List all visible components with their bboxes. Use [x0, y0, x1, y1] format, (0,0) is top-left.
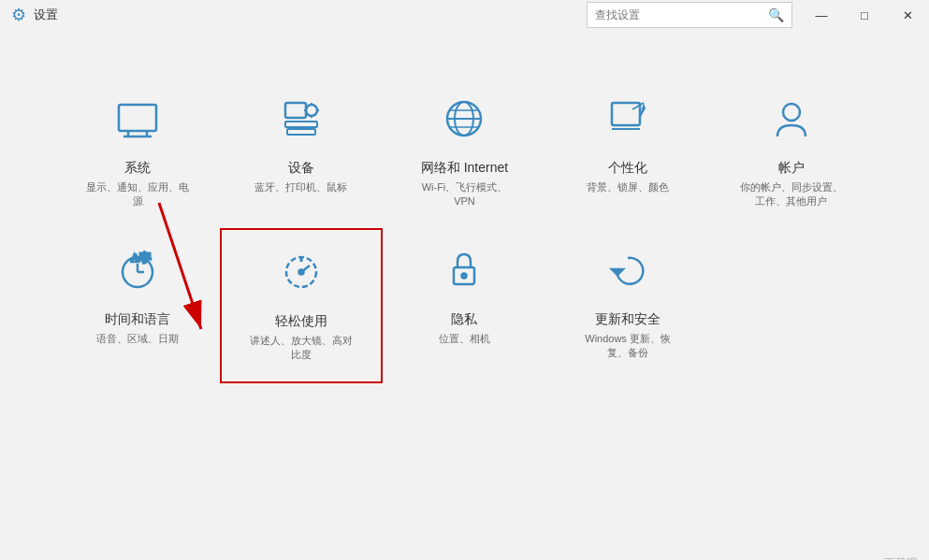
- setting-desc-accounts: 你的帐户、同步设置、工作、其他用户: [740, 180, 843, 209]
- personalization-icon: [604, 95, 651, 149]
- setting-desc-devices: 蓝牙、打印机、鼠标: [254, 180, 347, 194]
- accounts-icon: [768, 95, 815, 149]
- setting-name-privacy: 隐私: [451, 311, 477, 328]
- svg-text:A字: A字: [131, 251, 152, 265]
- setting-item-network[interactable]: 网络和 InternetWi-Fi、飞行模式、VPN: [383, 77, 546, 228]
- svg-point-21: [783, 104, 800, 121]
- privacy-icon: [441, 247, 487, 300]
- svg-rect-17: [612, 103, 640, 125]
- minimize-button[interactable]: —: [800, 0, 843, 30]
- setting-name-personalization: 个性化: [608, 160, 647, 177]
- setting-desc-update: Windows 更新、恢复、备份: [576, 332, 679, 361]
- network-icon: [441, 95, 487, 149]
- gear-icon-small: ⚙: [11, 5, 26, 25]
- setting-name-ease: 轻松使用: [275, 313, 327, 330]
- devices-icon: [278, 95, 325, 149]
- window-title: 设置: [34, 7, 58, 23]
- watermark: 下载吧: [884, 555, 918, 560]
- setting-item-devices[interactable]: 设备蓝牙、打印机、鼠标: [220, 77, 384, 228]
- setting-name-devices: 设备: [288, 160, 314, 177]
- svg-rect-4: [285, 103, 306, 118]
- close-button[interactable]: ✕: [886, 0, 929, 30]
- setting-item-system[interactable]: 系统显示、通知、应用、电源: [56, 77, 220, 228]
- update-icon: [604, 247, 651, 300]
- svg-rect-0: [119, 105, 156, 131]
- system-icon: [114, 95, 161, 149]
- settings-grid: 系统显示、通知、应用、电源设备蓝牙、打印机、鼠标网络和 InternetWi-F…: [0, 49, 929, 402]
- title-bar: ⚙ 设置 🔍 — □ ✕: [0, 0, 929, 30]
- maximize-button[interactable]: □: [843, 0, 886, 30]
- svg-point-29: [298, 269, 303, 274]
- search-box[interactable]: 🔍: [587, 2, 792, 28]
- setting-desc-ease: 讲述人、放大镜、高对比度: [250, 334, 353, 363]
- svg-marker-32: [612, 269, 623, 275]
- svg-rect-5: [285, 122, 317, 127]
- time-icon: A字: [114, 247, 161, 300]
- setting-name-update: 更新和安全: [595, 311, 660, 328]
- setting-name-system: 系统: [124, 160, 151, 177]
- setting-desc-system: 显示、通知、应用、电源: [86, 180, 189, 209]
- setting-name-accounts: 帐户: [778, 160, 805, 177]
- search-input[interactable]: [595, 8, 768, 22]
- setting-item-accounts[interactable]: 帐户你的帐户、同步设置、工作、其他用户: [709, 77, 873, 228]
- search-icon: 🔍: [768, 7, 784, 22]
- setting-name-network: 网络和 Internet: [421, 160, 508, 177]
- setting-name-time: 时间和语言: [105, 311, 170, 328]
- setting-desc-time: 语音、区域、日期: [96, 332, 179, 346]
- setting-item-ease[interactable]: 轻松使用讲述人、放大镜、高对比度: [220, 228, 384, 383]
- svg-rect-6: [287, 129, 315, 135]
- setting-desc-network: Wi-Fi、飞行模式、VPN: [413, 180, 515, 209]
- ease-icon: [278, 249, 325, 302]
- setting-item-privacy[interactable]: 隐私位置、相机: [383, 228, 546, 383]
- setting-desc-privacy: 位置、相机: [439, 332, 490, 346]
- svg-point-31: [462, 273, 467, 278]
- setting-item-time[interactable]: A字时间和语言语音、区域、日期: [56, 228, 220, 383]
- setting-item-update[interactable]: 更新和安全Windows 更新、恢复、备份: [546, 228, 710, 383]
- setting-desc-personalization: 背景、锁屏、颜色: [587, 180, 669, 194]
- setting-item-personalization[interactable]: 个性化背景、锁屏、颜色: [546, 77, 710, 228]
- title-bar-left: ⚙ 设置: [11, 5, 58, 25]
- svg-point-7: [306, 105, 317, 116]
